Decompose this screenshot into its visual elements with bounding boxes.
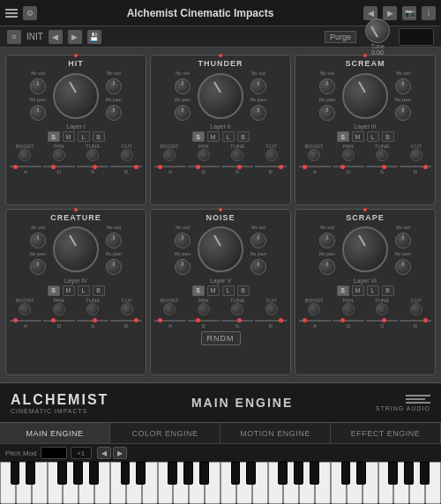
bptc-knob-pan-layer4[interactable] (53, 303, 65, 315)
smlb-btn-l-layer5[interactable]: L (222, 285, 235, 296)
vol-knob-right-layer3[interactable] (395, 78, 411, 94)
white-key[interactable] (425, 462, 441, 504)
bptc-knob-boost-layer5[interactable] (163, 303, 176, 315)
white-key[interactable] (363, 462, 378, 504)
smlb-btn-l-layer1[interactable]: L (78, 131, 90, 142)
white-key[interactable] (236, 462, 252, 504)
white-key[interactable] (220, 462, 236, 504)
bptc-knob-tune-layer4[interactable] (86, 303, 99, 315)
bptc-knob-cut-layer2[interactable] (265, 149, 278, 161)
pan-knob-right-layer4[interactable] (106, 259, 122, 275)
vol-knob-left-layer2[interactable] (175, 78, 191, 94)
adsr-slider-s-layer2[interactable] (221, 166, 253, 167)
pan-knob-right-layer6[interactable] (395, 259, 411, 275)
tab-motion[interactable]: MOTION ENGINE (220, 423, 331, 443)
pan-knob-right-layer1[interactable] (106, 105, 122, 121)
smlb-btn-b-layer6[interactable]: B (382, 285, 394, 296)
settings-icon[interactable]: ⚙ (23, 6, 37, 20)
vol-knob-left-layer3[interactable] (319, 78, 335, 94)
white-key[interactable] (16, 462, 32, 504)
bptc-knob-pan-layer6[interactable] (342, 303, 355, 315)
vol-knob-left-layer5[interactable] (175, 233, 191, 248)
vol-knob-right-layer5[interactable] (250, 233, 266, 248)
pan-knob-left-layer4[interactable] (30, 259, 46, 275)
menu-icon[interactable] (5, 9, 18, 18)
bptc-knob-boost-layer2[interactable] (163, 149, 176, 161)
white-key[interactable] (393, 462, 409, 504)
white-key[interactable] (283, 462, 299, 504)
info-icon[interactable]: i (422, 6, 436, 20)
main-knob-layer3[interactable] (342, 73, 388, 119)
prev2-icon[interactable]: ◀ (49, 30, 63, 44)
vol-knob-left-layer1[interactable] (30, 78, 46, 94)
adsr-slider-a-layer4[interactable] (10, 320, 41, 322)
smlb-btn-s-layer1[interactable]: S (48, 131, 60, 142)
white-key[interactable] (189, 462, 205, 504)
pan-knob-left-layer2[interactable] (175, 105, 191, 121)
bptc-knob-cut-layer3[interactable] (410, 149, 422, 161)
bptc-knob-cut-layer6[interactable] (410, 303, 422, 315)
adsr-slider-s-layer1[interactable] (77, 166, 108, 167)
expand-icon[interactable]: ≡ (7, 30, 21, 44)
adsr-slider-s-layer6[interactable] (366, 320, 398, 322)
main-knob-layer2[interactable] (198, 73, 243, 119)
smlb-btn-b-layer5[interactable]: B (237, 285, 250, 296)
pan-knob-left-layer5[interactable] (175, 259, 191, 275)
white-key[interactable] (142, 462, 158, 504)
adsr-slider-a-layer2[interactable] (154, 166, 186, 167)
adsr-slider-a-layer5[interactable] (154, 320, 186, 322)
pan-knob-right-layer5[interactable] (250, 259, 266, 275)
smlb-btn-m-layer4[interactable]: M (63, 285, 75, 296)
smlb-btn-s-layer2[interactable]: S (192, 131, 205, 142)
adsr-slider-d-layer2[interactable] (188, 166, 220, 167)
vol-knob-right-layer6[interactable] (395, 233, 411, 248)
camera-icon[interactable]: 📷 (402, 6, 416, 20)
adsr-slider-r-layer4[interactable] (110, 320, 142, 322)
adsr-slider-d-layer6[interactable] (333, 320, 364, 322)
bptc-knob-pan-layer2[interactable] (198, 149, 210, 161)
purge-button[interactable]: Purge (325, 31, 356, 43)
bptc-knob-tune-layer2[interactable] (231, 149, 243, 161)
bptc-knob-pan-layer1[interactable] (53, 149, 65, 161)
white-key[interactable] (299, 462, 315, 504)
white-key[interactable] (0, 462, 16, 504)
next2-icon[interactable]: ▶ (68, 30, 82, 44)
bptc-knob-pan-layer5[interactable] (198, 303, 210, 315)
adsr-slider-r-layer3[interactable] (400, 166, 431, 167)
white-key[interactable] (205, 462, 220, 504)
smlb-btn-l-layer3[interactable]: L (367, 131, 379, 142)
adsr-slider-r-layer2[interactable] (255, 166, 287, 167)
main-knob-layer5[interactable] (198, 226, 243, 272)
adsr-slider-s-layer5[interactable] (221, 320, 253, 322)
adsr-slider-r-layer1[interactable] (110, 166, 142, 167)
adsr-slider-s-layer3[interactable] (366, 166, 398, 167)
white-key[interactable] (268, 462, 284, 504)
vol-knob-right-layer1[interactable] (106, 78, 122, 94)
tab-main[interactable]: MAIN ENGINE (0, 423, 110, 443)
white-key[interactable] (173, 462, 189, 504)
pan-knob-left-layer1[interactable] (30, 105, 46, 121)
adsr-slider-r-layer6[interactable] (400, 320, 431, 322)
smlb-btn-m-layer2[interactable]: M (207, 131, 220, 142)
bptc-knob-boost-layer3[interactable] (308, 149, 320, 161)
white-key[interactable] (63, 462, 78, 504)
bptc-knob-boost-layer1[interactable] (19, 149, 31, 161)
main-knob-layer4[interactable] (53, 226, 99, 272)
tab-effect[interactable]: EFFECT ENGINE (331, 423, 441, 443)
vol-knob-right-layer4[interactable] (106, 233, 122, 248)
white-key[interactable] (409, 462, 425, 504)
smlb-btn-b-layer4[interactable]: B (93, 285, 105, 296)
vol-knob-left-layer6[interactable] (319, 233, 335, 248)
adsr-slider-s-layer4[interactable] (77, 320, 108, 322)
octave-display[interactable]: +1 (71, 447, 92, 459)
bptc-knob-boost-layer6[interactable] (308, 303, 320, 315)
smlb-btn-s-layer4[interactable]: S (48, 285, 60, 296)
white-key[interactable] (78, 462, 94, 504)
white-key[interactable] (158, 462, 174, 504)
white-key[interactable] (347, 462, 363, 504)
smlb-btn-m-layer1[interactable]: M (63, 131, 75, 142)
smlb-btn-m-layer6[interactable]: M (352, 285, 364, 296)
bptc-knob-tune-layer6[interactable] (376, 303, 388, 315)
tab-color[interactable]: COLOR ENGINE (110, 423, 220, 443)
bptc-knob-tune-layer3[interactable] (376, 149, 388, 161)
